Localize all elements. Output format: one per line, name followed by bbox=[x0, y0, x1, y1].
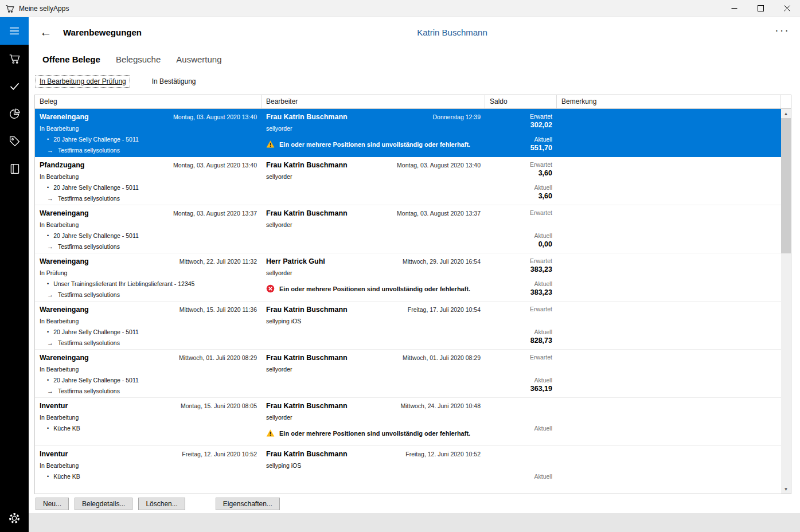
user-name[interactable]: Katrin Buschmann bbox=[417, 28, 487, 37]
table-row[interactable]: Wareneingang Montag, 03. August 2020 13:… bbox=[35, 109, 781, 157]
column-header-bemerkung[interactable]: Bemerkung bbox=[557, 95, 781, 108]
saldo-cell: Aktuell bbox=[485, 446, 557, 494]
pie-chart-icon bbox=[9, 108, 21, 120]
table-row[interactable]: Inventur Freitag, 12. Juni 2020 10:52 In… bbox=[35, 446, 781, 494]
beleg-cell: Pfandzugang Montag, 03. August 2020 13:4… bbox=[35, 157, 262, 205]
close-icon bbox=[784, 5, 790, 11]
filter-in-bestaetigung[interactable]: In Bestätigung bbox=[152, 77, 196, 85]
sidebar bbox=[0, 17, 29, 532]
document-date: Montag, 15. Juni 2020 08:05 bbox=[176, 402, 257, 409]
vertical-scrollbar[interactable]: ▲ ▼ bbox=[781, 109, 791, 494]
editor-date: Freitag, 12. Juni 2020 10:52 bbox=[401, 451, 481, 457]
table-row[interactable]: Wareneingang Mittwoch, 01. Juli 2020 08:… bbox=[35, 350, 781, 398]
editor-date: Mittwoch, 29. Juli 2020 16:54 bbox=[398, 258, 481, 265]
window-title: Meine sellyApps bbox=[19, 5, 69, 13]
editor-name: Frau Katrin Buschmann bbox=[266, 449, 348, 459]
back-button[interactable]: ← bbox=[36, 22, 56, 42]
bearbeiter-cell: Frau Katrin Buschmann Montag, 03. August… bbox=[262, 205, 485, 253]
sidebar-item-cart[interactable] bbox=[0, 45, 29, 72]
supplier-text: Küche KB bbox=[53, 424, 80, 432]
erwartet-value bbox=[490, 457, 552, 467]
belegdetails-button[interactable]: Belegdetails... bbox=[75, 498, 132, 510]
menu-button[interactable] bbox=[0, 17, 29, 45]
settings-button[interactable] bbox=[0, 504, 29, 532]
arrow-icon: → bbox=[47, 146, 53, 154]
arrow-icon: → bbox=[47, 387, 53, 395]
sidebar-spacer bbox=[0, 182, 29, 504]
table-row[interactable]: Wareneingang Mittwoch, 22. Juli 2020 11:… bbox=[35, 253, 781, 302]
erwartet-label: Erwartet bbox=[490, 112, 552, 120]
source-app: sellyorder bbox=[266, 413, 481, 421]
table-body-wrap: Wareneingang Montag, 03. August 2020 13:… bbox=[35, 109, 791, 494]
hamburger-icon bbox=[9, 27, 19, 35]
scrollbar-thumb[interactable] bbox=[781, 118, 791, 253]
saldo-cell: Erwartet Aktuell 828,73 bbox=[485, 302, 557, 349]
document-date: Mittwoch, 15. Juli 2020 11:36 bbox=[175, 306, 257, 313]
app-icon bbox=[5, 4, 14, 13]
document-status: In Bearbeitung bbox=[40, 413, 257, 421]
tab-belegsuche[interactable]: Belegsuche bbox=[116, 54, 161, 64]
table-row[interactable]: Wareneingang Montag, 03. August 2020 13:… bbox=[35, 205, 781, 253]
scroll-down-button[interactable]: ▼ bbox=[781, 484, 791, 494]
bemerkung-cell bbox=[557, 157, 781, 205]
beleg-cell: Wareneingang Mittwoch, 01. Juli 2020 08:… bbox=[35, 350, 262, 397]
beleg-cell: Inventur Freitag, 12. Juni 2020 10:52 In… bbox=[35, 446, 262, 494]
bearbeiter-cell: Frau Katrin Buschmann Mittwoch, 24. Juni… bbox=[262, 398, 485, 445]
source-app: sellyorder bbox=[266, 365, 481, 373]
column-header-beleg[interactable]: Beleg bbox=[35, 95, 262, 108]
filter-in-bearbeitung-oder-pruefung[interactable]: In Bearbeitung oder Prüfung bbox=[36, 75, 130, 88]
erwartet-value bbox=[490, 409, 552, 418]
sidebar-item-journal[interactable] bbox=[0, 155, 29, 182]
arrow-icon: → bbox=[47, 194, 53, 202]
main-area: ← Warenbewegungen Katrin Buschmann ··· O… bbox=[29, 17, 800, 532]
supplier-text: Unser Trainingslieferant Ihr Lieblingsli… bbox=[53, 280, 194, 288]
tab-auswertung[interactable]: Auswertung bbox=[176, 54, 221, 64]
aktuell-label: Aktuell bbox=[490, 328, 552, 336]
editor-name: Frau Katrin Buschmann bbox=[266, 305, 348, 314]
scroll-up-button[interactable]: ▲ bbox=[781, 109, 791, 118]
source-app: sellyping iOS bbox=[266, 317, 481, 325]
column-header-bearbeiter[interactable]: Bearbeiter bbox=[262, 95, 485, 108]
table-row[interactable]: Wareneingang Mittwoch, 15. Juli 2020 11:… bbox=[35, 302, 781, 350]
erwartet-label: Erwartet bbox=[490, 305, 552, 313]
maximize-button[interactable] bbox=[747, 0, 774, 17]
scrollbar-track[interactable] bbox=[781, 118, 791, 484]
loeschen-button[interactable]: Löschen... bbox=[138, 498, 185, 510]
window-controls bbox=[721, 0, 800, 17]
validation-message: Ein oder mehrere Positionen sind unvolls… bbox=[279, 141, 470, 148]
bullet-icon: • bbox=[47, 472, 49, 480]
bearbeiter-cell: Frau Katrin Buschmann Mittwoch, 01. Juli… bbox=[262, 350, 485, 397]
editor-date: Donnerstag 12:39 bbox=[428, 114, 481, 120]
aktuell-label: Aktuell bbox=[490, 376, 552, 384]
document-type: Wareneingang bbox=[40, 257, 89, 266]
minimize-button[interactable] bbox=[721, 0, 747, 17]
eigenschaften-button[interactable]: Eigenschaften... bbox=[216, 498, 280, 510]
column-header-saldo[interactable]: Saldo bbox=[485, 95, 557, 108]
neu-button[interactable]: Neu... bbox=[36, 498, 69, 510]
bullet-icon: • bbox=[47, 376, 49, 384]
more-button[interactable]: ··· bbox=[771, 27, 793, 37]
aktuell-value: 383,23 bbox=[490, 288, 552, 297]
tab-offene-belege[interactable]: Offene Belege bbox=[42, 54, 100, 64]
saldo-cell: Erwartet 302,02 Aktuell 551,70 bbox=[485, 109, 557, 157]
sidebar-item-prices[interactable] bbox=[0, 127, 29, 155]
sidebar-item-tasks[interactable] bbox=[0, 72, 29, 100]
sidebar-item-reports[interactable] bbox=[0, 100, 29, 127]
document-date: Montag, 03. August 2020 13:40 bbox=[169, 162, 257, 169]
table-row[interactable]: Pfandzugang Montag, 03. August 2020 13:4… bbox=[35, 157, 781, 205]
close-button[interactable] bbox=[774, 0, 800, 17]
document-type: Wareneingang bbox=[40, 209, 89, 218]
footer: Neu... Belegdetails... Löschen... Eigens… bbox=[29, 494, 800, 532]
scroll-down-icon: ▼ bbox=[784, 487, 789, 492]
aktuell-value bbox=[490, 480, 552, 490]
erwartet-label: Erwartet bbox=[490, 209, 552, 217]
filter-bar: In Bearbeitung oder Prüfung In Bestätigu… bbox=[29, 71, 800, 92]
company-text: Testfirma sellysolutions bbox=[58, 387, 120, 395]
table-row[interactable]: Inventur Montag, 15. Juni 2020 08:05 In … bbox=[35, 398, 781, 446]
table-header: Beleg Bearbeiter Saldo Bemerkung bbox=[35, 95, 791, 109]
document-type: Pfandzugang bbox=[40, 161, 84, 170]
document-status: In Bearbeitung bbox=[40, 173, 257, 181]
saldo-cell: Erwartet Aktuell 0,00 bbox=[485, 205, 557, 253]
document-date: Mittwoch, 22. Juli 2020 11:32 bbox=[175, 258, 257, 265]
tab-bar: Offene Belege Belegsuche Auswertung bbox=[29, 47, 800, 71]
